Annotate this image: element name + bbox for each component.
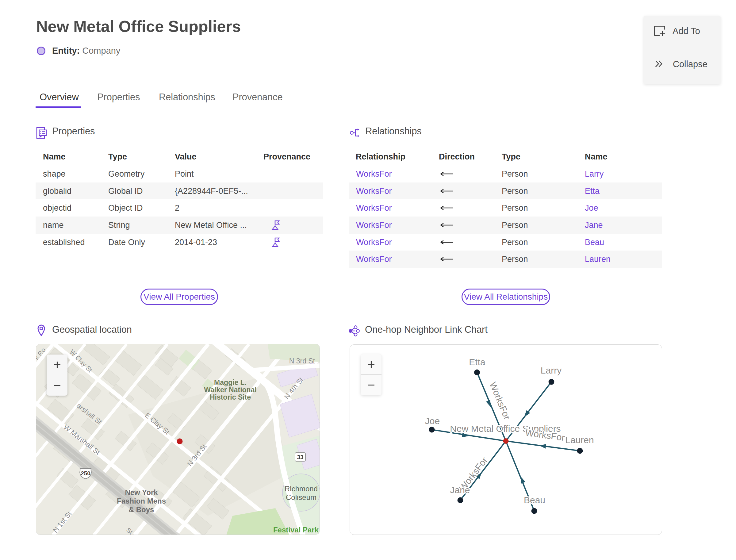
svg-text:33: 33 [297,454,303,460]
svg-text:Joe: Joe [425,416,440,426]
svg-text:New York: New York [125,488,158,497]
svg-text:Richmond: Richmond [285,485,318,493]
svg-text:Maggie L.: Maggie L. [214,378,247,386]
svg-text:N 3rd St: N 3rd St [289,357,315,365]
svg-text:WorksFor: WorksFor [488,381,512,421]
svg-text:& Boys: & Boys [129,505,154,514]
svg-text:Historic Site: Historic Site [210,393,251,401]
svg-text:Fashion Mens: Fashion Mens [117,497,166,505]
svg-text:Festival Park: Festival Park [273,526,319,534]
svg-text:Walker National: Walker National [204,386,257,394]
svg-text:Beau: Beau [524,495,545,505]
svg-text:Coliseum: Coliseum [286,493,316,501]
svg-text:Etta: Etta [469,357,485,367]
svg-text:Jane: Jane [450,485,470,495]
svg-text:Larry: Larry [541,365,562,375]
svg-text:Lauren: Lauren [565,435,594,445]
svg-text:250: 250 [81,470,90,477]
